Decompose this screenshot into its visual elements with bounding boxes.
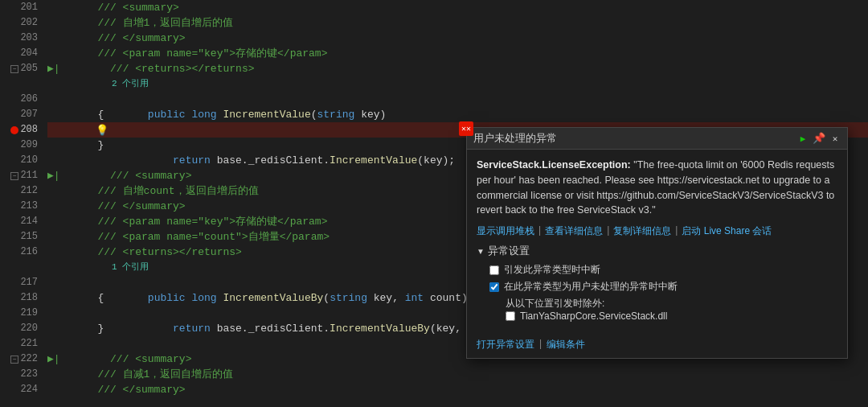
code-line-204: /// <param name="key">存储的键</param> bbox=[47, 46, 868, 61]
line-206: 206 bbox=[0, 92, 38, 107]
popup-play-button[interactable]: ▶ bbox=[797, 133, 809, 144]
popup-close-button[interactable]: ✕ bbox=[829, 133, 841, 144]
sep1: | bbox=[538, 224, 541, 238]
popup-footer: 打开异常设置 | 编辑条件 bbox=[467, 333, 847, 358]
line-223: 223 bbox=[0, 367, 38, 382]
line-211: − 211 bbox=[0, 168, 38, 183]
settings-header: ▼ 异常设置 bbox=[477, 245, 837, 258]
line-numbers: 201 202 203 204 − 205 206 207 208 209 21… bbox=[0, 0, 44, 407]
sep2: | bbox=[607, 224, 609, 238]
line-222: − 222 bbox=[0, 352, 38, 367]
line-220: 220 bbox=[0, 321, 38, 336]
cb1-label: 引发此异常类型时中断 bbox=[504, 263, 600, 277]
code-line-206: public long IncrementValue(string key) bbox=[47, 92, 868, 107]
view-details-link[interactable]: 查看详细信息 bbox=[545, 224, 603, 238]
line-219: 219 bbox=[0, 306, 38, 321]
line-214: 214 bbox=[0, 214, 38, 229]
code-line-205: ▶| /// <returns></returns> bbox=[47, 61, 868, 76]
line-216r bbox=[0, 260, 38, 275]
code-line-223: /// 自减1，返回自增后的值 bbox=[47, 367, 868, 382]
location-row: TianYaSharpCore.ServiceStack.dll bbox=[506, 310, 837, 322]
inline-error-close-button[interactable]: ✕ bbox=[459, 121, 473, 136]
cb2-label: 在此异常类型为用户未处理的异常时中断 bbox=[504, 280, 678, 294]
cb1-checkbox[interactable] bbox=[489, 265, 499, 275]
line-209: 209 bbox=[0, 138, 38, 153]
line-221: 221 bbox=[0, 336, 38, 352]
exception-popup: 用户未处理的异常 ▶ 📌 ✕ ServiceStack.LicenseExcep… bbox=[466, 127, 848, 359]
from-locations: 从以下位置引发时除外: TianYaSharpCore.ServiceStack… bbox=[489, 297, 837, 322]
line-207: 207 bbox=[0, 107, 38, 122]
line-210: 210 bbox=[0, 153, 38, 168]
settings-body: 引发此异常类型时中断 在此异常类型为用户未处理的异常时中断 从以下位置引发时除外… bbox=[477, 263, 837, 322]
line-205: − 205 bbox=[0, 61, 38, 76]
from-label: 从以下位置引发时除外: bbox=[506, 297, 837, 310]
line-216: 216 bbox=[0, 245, 38, 260]
location-label: TianYaSharpCore.ServiceStack.dll bbox=[520, 310, 667, 322]
line-218: 218 bbox=[0, 290, 38, 306]
exception-type: ServiceStack.LicenseException: bbox=[477, 159, 631, 171]
line-205r bbox=[0, 76, 38, 92]
code-line-201: /// <summary> bbox=[47, 0, 868, 15]
location-checkbox[interactable] bbox=[506, 311, 515, 321]
line-201: 201 bbox=[0, 0, 38, 15]
cb2-row: 在此异常类型为用户未处理的异常时中断 bbox=[489, 280, 837, 294]
code-line-203: /// </summary> bbox=[47, 31, 868, 46]
code-line-202: /// 自增1，返回自增后的值 bbox=[47, 15, 868, 31]
code-line-205r: 2 个引用 bbox=[47, 76, 868, 92]
code-line-224: /// </summary> bbox=[47, 382, 868, 397]
cb1-row: 引发此异常类型时中断 bbox=[489, 263, 837, 277]
line-213: 213 bbox=[0, 199, 38, 214]
popup-body: ServiceStack.LicenseException: "The free… bbox=[467, 150, 847, 333]
line-203: 203 bbox=[0, 31, 38, 46]
popup-title: 用户未处理的异常 bbox=[473, 131, 557, 146]
open-exception-settings-link[interactable]: 打开异常设置 bbox=[477, 338, 534, 352]
popup-titlebar: 用户未处理的异常 ▶ 📌 ✕ bbox=[467, 128, 847, 150]
settings-section-title: 异常设置 bbox=[488, 245, 530, 258]
line-212: 212 bbox=[0, 183, 38, 199]
copy-details-link[interactable]: 复制详细信息 bbox=[613, 224, 671, 238]
settings-collapse-icon[interactable]: ▼ bbox=[477, 247, 485, 256]
popup-links: 显示调用堆栈 | 查看详细信息 | 复制详细信息 | 启动 Live Share… bbox=[477, 224, 837, 238]
sep3: | bbox=[675, 224, 678, 238]
line-224: 224 bbox=[0, 382, 38, 397]
popup-controls: ▶ 📌 ✕ bbox=[797, 133, 841, 144]
line-202: 202 bbox=[0, 15, 38, 31]
cb2-checkbox[interactable] bbox=[489, 282, 499, 292]
footer-sep: | bbox=[539, 338, 542, 352]
liveshare-link[interactable]: 启动 Live Share 会话 bbox=[682, 224, 772, 238]
line-217: 217 bbox=[0, 275, 38, 290]
popup-pin-button[interactable]: 📌 bbox=[813, 133, 825, 144]
edit-conditions-link[interactable]: 编辑条件 bbox=[547, 338, 585, 352]
line-204: 204 bbox=[0, 46, 38, 61]
line-215: 215 bbox=[0, 229, 38, 245]
show-callstack-link[interactable]: 显示调用堆栈 bbox=[477, 224, 534, 238]
exception-text: ServiceStack.LicenseException: "The free… bbox=[477, 158, 837, 218]
line-208: 208 bbox=[0, 122, 38, 138]
